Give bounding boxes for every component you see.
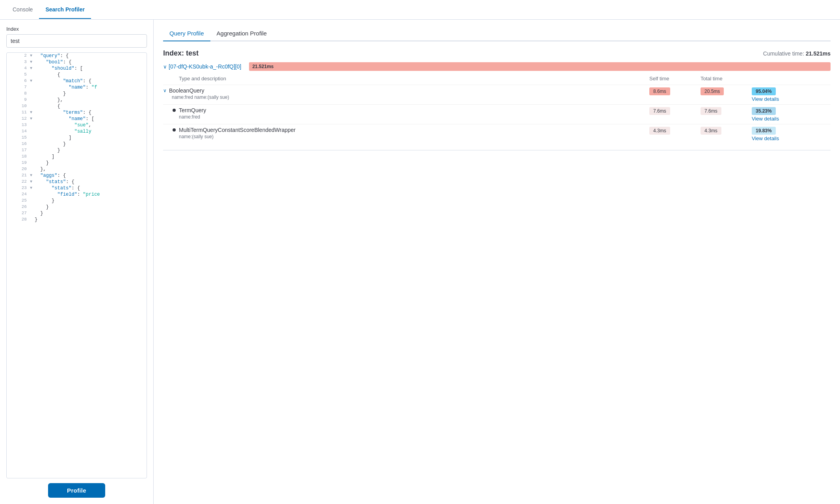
index-section: Index: test Cumulative time: 21.521ms ∨ …: [163, 49, 831, 150]
boolean-self-time: 8.6ms: [649, 87, 701, 95]
code-line: 24 "field": "price: [7, 191, 147, 198]
multiterm-query-dot: [173, 128, 176, 132]
query-info-boolean: ∨ BooleanQuery name:fred name:(sally sue…: [163, 87, 649, 100]
term-pct: 35.23% View details: [752, 107, 831, 122]
col-pct-header: [752, 76, 831, 82]
multiterm-query-desc: name:(sally sue): [173, 134, 649, 139]
top-navigation: Console Search Profiler: [0, 0, 840, 20]
term-view-details[interactable]: View details: [752, 116, 779, 122]
code-line: 10 {: [7, 103, 147, 109]
multiterm-pct-badge: 19.83%: [752, 127, 776, 135]
boolean-total-time: 20.5ms: [701, 87, 752, 95]
tab-search-profiler[interactable]: Search Profiler: [39, 1, 91, 19]
code-line: 4 ▼ "should": [: [7, 65, 147, 72]
code-line: 7 "name": "f: [7, 84, 147, 91]
code-line: 22 ▼ "stats": {: [7, 179, 147, 185]
boolean-pct: 95.04% View details: [752, 87, 831, 102]
code-line: 16 }: [7, 141, 147, 147]
code-line: 17 }: [7, 147, 147, 154]
profile-button-wrap: Profile: [6, 483, 147, 498]
shard-bar: 21.521ms: [249, 62, 831, 71]
profile-button[interactable]: Profile: [48, 483, 105, 498]
code-line: 8 }: [7, 91, 147, 97]
code-line: 26 }: [7, 204, 147, 210]
query-name-row-multiterm: MultiTermQueryConstantScoreBlendedWrappe…: [173, 127, 649, 133]
code-line: 12 ▼ "name": [: [7, 116, 147, 122]
query-name-row-term: TermQuery: [173, 107, 649, 113]
right-panel: Query Profile Aggregation Profile Index:…: [154, 20, 840, 504]
boolean-query-name: BooleanQuery: [169, 87, 204, 94]
tab-console[interactable]: Console: [6, 1, 39, 19]
code-line: 11 ▼ "terms": {: [7, 109, 147, 116]
query-row-multiterm: MultiTermQueryConstantScoreBlendedWrappe…: [163, 124, 831, 144]
index-input[interactable]: [6, 34, 147, 48]
code-line: 3 ▼ "bool": {: [7, 59, 147, 65]
code-line: 23 ▼ "stats": {: [7, 185, 147, 191]
cumulative-time: Cumulative time: 21.521ms: [763, 50, 831, 57]
col-desc-header: Type and description: [163, 76, 649, 82]
multiterm-view-details[interactable]: View details: [752, 135, 779, 141]
code-line: 5 {: [7, 72, 147, 78]
boolean-pct-badge: 95.04%: [752, 87, 776, 95]
query-info-term: TermQuery name:fred: [173, 107, 649, 120]
code-line: 2 ▼ "query": {: [7, 53, 147, 59]
query-name-row-boolean: ∨ BooleanQuery: [163, 87, 649, 94]
term-self-time: 7.6ms: [649, 107, 701, 115]
query-row-boolean: ∨ BooleanQuery name:fred name:(sally sue…: [163, 85, 831, 104]
code-line: 15 ]: [7, 135, 147, 141]
code-line: 9 },: [7, 97, 147, 103]
code-line: 27 }: [7, 210, 147, 217]
col-self-header: Self time: [649, 76, 701, 82]
term-pct-badge: 35.23%: [752, 107, 776, 115]
multiterm-pct: 19.83% View details: [752, 127, 831, 141]
query-table-header: Type and description Self time Total tim…: [163, 74, 831, 83]
code-content: 2 ▼ "query": { 3 ▼ "bool": { 4 ▼ "should…: [7, 53, 147, 223]
code-editor[interactable]: 2 ▼ "query": { 3 ▼ "bool": { 4 ▼ "should…: [6, 52, 147, 478]
multiterm-total-time: 4.3ms: [701, 127, 752, 135]
code-line: 18 ]: [7, 154, 147, 160]
multiterm-self-time: 4.3ms: [649, 127, 701, 135]
code-line: 6 ▼ "match": {: [7, 78, 147, 84]
term-total-time: 7.6ms: [701, 107, 752, 115]
boolean-query-desc: name:fred name:(sally sue): [163, 94, 649, 100]
boolean-view-details[interactable]: View details: [752, 96, 779, 102]
query-info-multiterm: MultiTermQueryConstantScoreBlendedWrappe…: [173, 127, 649, 139]
section-divider: [163, 150, 831, 150]
shard-bar-wrap: 21.521ms: [249, 62, 831, 71]
code-line: 25 }: [7, 198, 147, 204]
code-line: 20 },: [7, 166, 147, 172]
code-line: 21 ▼ "aggs": {: [7, 172, 147, 179]
index-header: Index: test Cumulative time: 21.521ms: [163, 49, 831, 57]
code-line: 28 }: [7, 217, 147, 223]
index-title: Index: test: [163, 49, 199, 57]
code-line: 13 "sue",: [7, 122, 147, 128]
term-query-dot: [173, 109, 176, 112]
col-total-header: Total time: [701, 76, 752, 82]
multiterm-query-name: MultiTermQueryConstantScoreBlendedWrappe…: [179, 127, 295, 133]
main-layout: Index 2 ▼ "query": { 3 ▼ "bool": { 4 ▼: [0, 20, 840, 504]
term-query-desc: name:fred: [173, 114, 649, 120]
shard-row: ∨ [07-dfQ-KS0ubk-a_-Rc0fQ][0] 21.521ms: [163, 62, 831, 71]
boolean-query-toggle[interactable]: ∨: [163, 88, 167, 93]
tab-aggregation-profile[interactable]: Aggregation Profile: [210, 26, 273, 41]
index-label: Index: [6, 26, 147, 32]
term-query-name: TermQuery: [179, 107, 206, 113]
shard-label[interactable]: [07-dfQ-KS0ubk-a_-Rc0fQ][0]: [169, 63, 241, 70]
query-row-term: TermQuery name:fred 7.6ms 7.6ms 35.23% V…: [163, 104, 831, 124]
shard-toggle[interactable]: ∨: [163, 64, 167, 70]
code-line: 19 }: [7, 160, 147, 166]
code-line: 14 "sally: [7, 128, 147, 135]
profile-tabs: Query Profile Aggregation Profile: [163, 26, 831, 41]
left-panel: Index 2 ▼ "query": { 3 ▼ "bool": { 4 ▼: [0, 20, 154, 504]
tab-query-profile[interactable]: Query Profile: [163, 26, 210, 41]
